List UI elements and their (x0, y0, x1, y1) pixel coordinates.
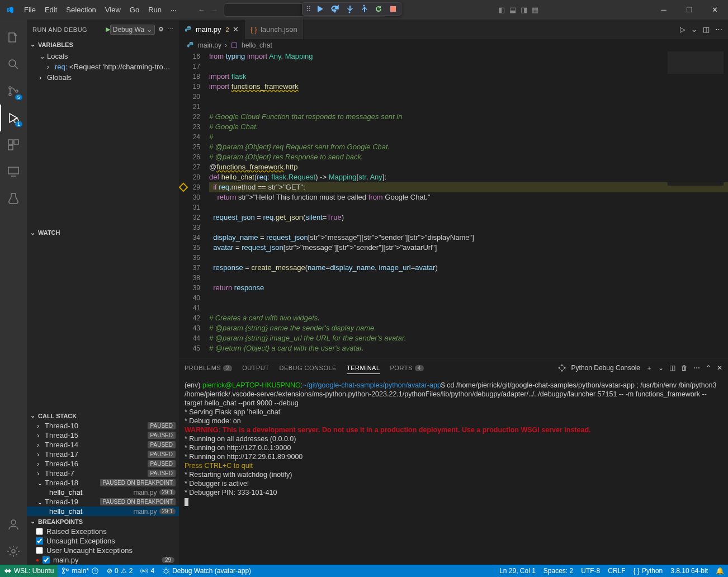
status-eol[interactable]: CRLF (604, 567, 629, 575)
debug-continue-icon[interactable] (316, 4, 325, 13)
tab-close-icon[interactable]: ✕ (233, 25, 239, 34)
terminal-split-icon[interactable]: ◫ (669, 364, 675, 372)
code-line[interactable]: # Google Chat. (209, 122, 728, 132)
status-python-env[interactable]: 3.8.10 64-bit (666, 567, 712, 575)
breadcrumb-file[interactable]: main.py (198, 41, 221, 49)
activity-search-icon[interactable] (0, 51, 27, 78)
code-line[interactable]: import functions_framework (209, 82, 728, 92)
thread-row[interactable]: ⌄Thread-18PAUSED ON BREAKPOINT (27, 478, 179, 488)
window-maximize[interactable]: ☐ (677, 0, 702, 20)
debug-step-over-icon[interactable] (330, 4, 339, 13)
drag-handle-icon[interactable]: ⠿ (306, 5, 310, 13)
thread-row[interactable]: ›Thread-7PAUSED (27, 469, 179, 478)
window-minimize[interactable]: ─ (651, 0, 677, 20)
code-line[interactable]: display_name = request_json[str">"messag… (209, 233, 728, 243)
code-line[interactable]: from typing import Any, Mapping (209, 51, 728, 62)
bp-exception-toggle[interactable]: Raised Exceptions (27, 527, 179, 536)
code-editor[interactable]: 1617181920212223242526272829303132333435… (179, 51, 728, 358)
status-branch[interactable]: main* (58, 565, 103, 577)
thread-row[interactable]: ›Thread-10PAUSED (27, 421, 179, 431)
panel-more-icon[interactable]: ⋯ (693, 364, 700, 372)
status-indent[interactable]: Spaces: 2 (540, 567, 577, 575)
menu-file[interactable]: File (20, 3, 40, 16)
code-line[interactable]: return str">"Hello! This function must b… (209, 192, 728, 202)
activity-testing-icon[interactable] (0, 185, 27, 212)
status-cursor[interactable]: Ln 29, Col 1 (495, 567, 540, 575)
layout-customize-icon[interactable]: ▦ (532, 6, 538, 14)
nav-back-icon[interactable]: ← (198, 6, 205, 14)
status-encoding[interactable]: UTF-8 (577, 567, 604, 575)
menu-run[interactable]: Run (144, 3, 166, 16)
panel-tab-ports[interactable]: PORTS4 (390, 362, 424, 373)
code-line[interactable] (209, 303, 728, 313)
code-line[interactable]: def hello_chat(req: flask.Request) -> Ma… (209, 172, 728, 182)
thread-row[interactable]: ›Thread-17PAUSED (27, 450, 179, 459)
code-line[interactable] (209, 273, 728, 283)
checkbox[interactable] (36, 537, 43, 545)
status-language[interactable]: { }Python (630, 567, 667, 575)
terminal-kill-icon[interactable]: 🗑 (681, 364, 688, 372)
code-line[interactable]: # @return {Object} a card with the user'… (209, 343, 728, 353)
tab-launch-json[interactable]: { }launch.json (245, 20, 304, 39)
split-editor-icon[interactable]: ◫ (703, 25, 710, 34)
thread-row[interactable]: ›Thread-14PAUSED (27, 440, 179, 450)
status-debug-session[interactable]: Debug Watch (avatar-app) (158, 565, 255, 577)
activity-run-debug-icon[interactable]: 1 (0, 105, 27, 131)
tab-more-icon[interactable]: ⋯ (715, 25, 722, 34)
panel-close-icon[interactable]: ✕ (717, 364, 722, 372)
bp-file[interactable]: ●main.py29 (27, 555, 179, 565)
section-variables[interactable]: ⌄VARIABLES (27, 39, 179, 50)
debug-stop-icon[interactable] (389, 4, 398, 13)
stack-frame[interactable]: hello_chatmain.py29:1 (27, 507, 179, 516)
panel-tab-problems[interactable]: PROBLEMS2 (185, 362, 232, 373)
activity-scm-icon[interactable]: 5 (0, 78, 27, 105)
code-line[interactable]: # @param {Object} res Response to send b… (209, 152, 728, 162)
menu-go[interactable]: Go (125, 3, 144, 16)
code-line[interactable] (209, 102, 728, 112)
status-remote[interactable]: WSL: Ubuntu (0, 565, 58, 577)
checkbox[interactable] (42, 556, 50, 564)
panel-maximize-icon[interactable]: ⌃ (706, 364, 711, 372)
checkbox[interactable] (36, 528, 43, 535)
terminal-output[interactable]: (env) pierrick@LAPTOP-HKU5PNNG:~/git/goo… (179, 377, 728, 565)
code-line[interactable] (209, 253, 728, 263)
thread-row[interactable]: ›Thread-16PAUSED (27, 459, 179, 469)
menu-···[interactable]: ··· (166, 3, 181, 16)
panel-tab-output[interactable]: OUTPUT (242, 362, 269, 373)
code-line[interactable]: if req.method == str">"GET": (209, 182, 728, 192)
terminal-new-icon[interactable]: ＋ (646, 363, 653, 373)
terminal-dropdown-icon[interactable]: ⌄ (658, 364, 664, 372)
debug-step-into-icon[interactable] (345, 4, 354, 13)
code-line[interactable]: # Google Cloud Function that responds to… (209, 112, 728, 122)
activity-accounts-icon[interactable] (0, 511, 27, 538)
status-ports[interactable]: 4 (136, 565, 158, 577)
code-line[interactable] (209, 202, 728, 212)
menu-selection[interactable]: Selection (62, 3, 100, 16)
code-line[interactable] (209, 92, 728, 102)
window-close[interactable]: ✕ (702, 0, 728, 20)
code-line[interactable] (209, 62, 728, 72)
code-line[interactable]: return response (209, 283, 728, 293)
thread-row[interactable]: ›Thread-15PAUSED (27, 431, 179, 440)
panel-tab-terminal[interactable]: TERMINAL (347, 362, 380, 374)
activity-explorer-icon[interactable] (0, 24, 27, 51)
code-line[interactable]: request_json = req.get_json(silent=True) (209, 212, 728, 223)
activity-remote-explorer-icon[interactable] (0, 158, 27, 185)
activity-settings-icon[interactable] (0, 538, 27, 565)
scope-locals[interactable]: ⌄Locals (27, 51, 179, 62)
checkbox[interactable] (36, 547, 43, 554)
tab-main-py[interactable]: main.py2✕ (179, 20, 245, 39)
code-line[interactable]: # @param {Object} req Request sent from … (209, 142, 728, 152)
code-line[interactable]: # @param {string} image_url the URL for … (209, 333, 728, 343)
status-problems[interactable]: ⊘0 ⚠2 (103, 565, 136, 577)
section-watch[interactable]: ⌄WATCH (27, 228, 179, 238)
section-callstack[interactable]: ⌄CALL STACK (27, 410, 179, 421)
code-line[interactable]: # Creates a card with two widgets. (209, 313, 728, 323)
code-line[interactable] (209, 223, 728, 233)
activity-extensions-icon[interactable] (0, 131, 27, 158)
bp-exception-toggle[interactable]: User Uncaught Exceptions (27, 546, 179, 555)
menu-view[interactable]: View (101, 3, 125, 16)
minimap[interactable] (668, 51, 724, 186)
section-breakpoints[interactable]: ⌄BREAKPOINTS (27, 516, 179, 527)
code-line[interactable]: response = create_message(name=display_n… (209, 263, 728, 273)
